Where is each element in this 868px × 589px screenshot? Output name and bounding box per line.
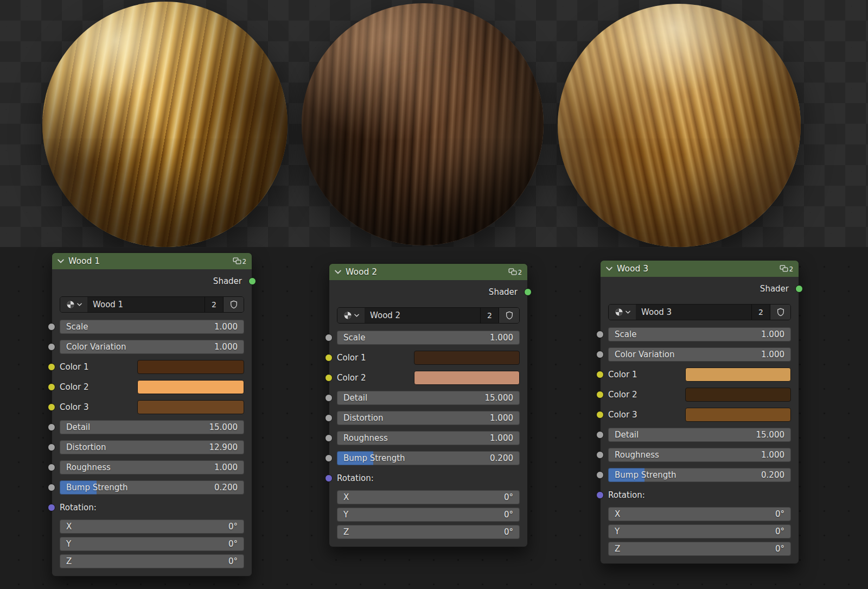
node-header[interactable]: Wood 12: [52, 252, 252, 269]
node-body: Shader2Scale1.000Color Variation1.000Col…: [52, 269, 252, 577]
purple-input-socket[interactable]: [48, 504, 55, 511]
rotation-heading-row: Rotation:: [608, 488, 791, 502]
yellow-input-socket[interactable]: [325, 354, 333, 362]
color-swatch[interactable]: [685, 388, 791, 402]
fake-user-shield-button[interactable]: [223, 297, 244, 312]
datablock-users-button[interactable]: 2: [751, 305, 770, 320]
color-input-row: Color 2: [608, 388, 791, 402]
material-dropdown-button[interactable]: [337, 308, 365, 323]
param-value: 0.200: [214, 483, 238, 492]
shield-icon: [776, 308, 785, 316]
duplicate-icon: [508, 268, 517, 276]
fake-user-shield-button[interactable]: [770, 305, 790, 320]
axis-field[interactable]: Z0°: [337, 525, 520, 539]
gray-input-socket[interactable]: [325, 434, 333, 442]
gray-input-socket[interactable]: [325, 454, 333, 462]
shader-output-socket[interactable]: [248, 277, 256, 285]
axis-field[interactable]: X0°: [337, 490, 520, 504]
yellow-input-socket[interactable]: [596, 391, 604, 398]
gray-input-socket[interactable]: [596, 431, 604, 439]
param-slider-0[interactable]: Scale1.000: [608, 327, 791, 341]
datablock-users-button[interactable]: 2: [480, 308, 499, 323]
node-header[interactable]: Wood 32: [600, 260, 799, 277]
param-slider-3[interactable]: Detail15.000: [337, 391, 520, 405]
fake-user-shield-button[interactable]: [499, 308, 519, 323]
node-editor-canvas[interactable]: Wood 12Shader2Scale1.000Color Variation1…: [0, 247, 868, 589]
node-header[interactable]: Wood 22: [329, 263, 528, 280]
gray-input-socket[interactable]: [596, 351, 604, 358]
param-slider-6[interactable]: Bump Strength0.200: [337, 451, 520, 465]
yellow-input-socket[interactable]: [596, 411, 604, 419]
param-value: 1.000: [761, 330, 784, 339]
purple-input-socket[interactable]: [325, 474, 333, 482]
purple-input-socket[interactable]: [596, 491, 604, 499]
gray-input-socket[interactable]: [325, 414, 333, 422]
gray-input-socket[interactable]: [325, 394, 333, 402]
material-dropdown-button[interactable]: [609, 305, 636, 320]
param-label: Scale: [615, 330, 636, 339]
gray-input-socket[interactable]: [596, 331, 604, 338]
color-label: Color 2: [337, 373, 414, 383]
node-group-wood-3[interactable]: Wood 32Shader2Scale1.000Color Variation1…: [600, 260, 799, 564]
shader-output-socket[interactable]: [795, 285, 803, 293]
param-value: 0.200: [490, 453, 513, 463]
gray-input-socket[interactable]: [48, 323, 55, 331]
node-group-wood-2[interactable]: Wood 22Shader2Scale1.000Color 1Color 2De…: [329, 263, 528, 547]
gray-input-socket[interactable]: [596, 451, 604, 459]
color-swatch[interactable]: [137, 360, 244, 374]
color-swatch[interactable]: [414, 371, 520, 385]
node-group-wood-1[interactable]: Wood 12Shader2Scale1.000Color Variation1…: [52, 252, 252, 577]
axis-field[interactable]: X0°: [60, 520, 244, 534]
gray-input-socket[interactable]: [596, 471, 604, 479]
color-swatch[interactable]: [685, 408, 791, 422]
rotation-label: Rotation:: [337, 473, 374, 483]
yellow-input-socket[interactable]: [596, 371, 604, 378]
color-swatch[interactable]: [414, 351, 520, 365]
axis-field[interactable]: Y0°: [337, 508, 520, 522]
gray-input-socket[interactable]: [48, 444, 55, 451]
param-slider-0[interactable]: Scale1.000: [60, 320, 244, 334]
axis-field[interactable]: Z0°: [608, 542, 791, 556]
gray-input-socket[interactable]: [48, 464, 55, 471]
param-value: 15.000: [756, 430, 785, 440]
color-swatch[interactable]: [685, 368, 791, 382]
axis-value: 0°: [228, 556, 238, 566]
param-slider-6[interactable]: Distortion12.900: [60, 440, 244, 454]
gray-input-socket[interactable]: [48, 484, 55, 491]
yellow-input-socket[interactable]: [48, 403, 55, 411]
gray-input-socket[interactable]: [325, 334, 333, 341]
param-slider-1[interactable]: Color Variation1.000: [608, 347, 791, 362]
param-slider-4[interactable]: Distortion1.000: [337, 411, 520, 425]
node-group-selector: 2: [60, 296, 244, 313]
color-input-row: Color 3: [608, 408, 791, 422]
node-group-name-input[interactable]: [636, 305, 751, 320]
param-slider-8[interactable]: Bump Strength0.200: [60, 480, 244, 495]
param-slider-0[interactable]: Scale1.000: [337, 331, 520, 345]
param-slider-5[interactable]: Detail15.000: [608, 428, 791, 442]
param-slider-5[interactable]: Roughness1.000: [337, 431, 520, 445]
gray-input-socket[interactable]: [48, 423, 55, 431]
param-slider-6[interactable]: Roughness1.000: [608, 448, 791, 462]
yellow-input-socket[interactable]: [48, 383, 55, 391]
gray-input-socket[interactable]: [48, 343, 55, 351]
datablock-users-button[interactable]: 2: [205, 297, 223, 312]
yellow-input-socket[interactable]: [325, 374, 333, 382]
yellow-input-socket[interactable]: [48, 363, 55, 371]
axis-field[interactable]: Z0°: [60, 554, 244, 568]
param-value: 15.000: [485, 393, 514, 403]
shader-output-socket[interactable]: [524, 288, 532, 296]
color-input-row: Color 1: [608, 368, 791, 382]
color-swatch[interactable]: [137, 400, 244, 414]
node-group-name-input[interactable]: [87, 297, 205, 312]
node-group-name-input[interactable]: [365, 308, 480, 323]
axis-field[interactable]: Y0°: [60, 537, 244, 551]
param-slider-7[interactable]: Bump Strength0.200: [608, 468, 791, 482]
node-users-badge: 2: [780, 265, 793, 273]
color-swatch[interactable]: [137, 380, 244, 394]
param-slider-1[interactable]: Color Variation1.000: [60, 340, 244, 354]
material-dropdown-button[interactable]: [60, 297, 87, 312]
axis-field[interactable]: X0°: [608, 507, 791, 521]
axis-field[interactable]: Y0°: [608, 524, 791, 539]
param-slider-7[interactable]: Roughness1.000: [60, 460, 244, 474]
param-slider-5[interactable]: Detail15.000: [60, 420, 244, 434]
